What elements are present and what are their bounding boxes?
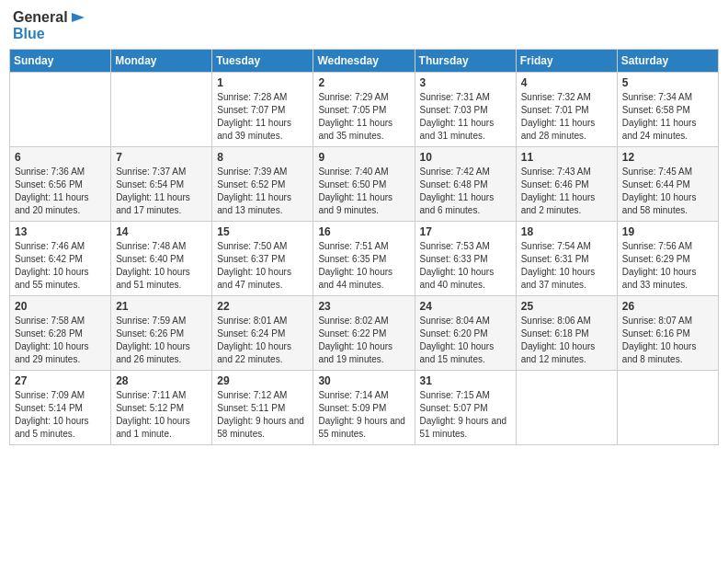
- day-number: 25: [521, 300, 612, 313]
- calendar-cell: 15Sunrise: 7:50 AM Sunset: 6:37 PM Dayli…: [212, 222, 313, 296]
- calendar-cell: 27Sunrise: 7:09 AM Sunset: 5:14 PM Dayli…: [10, 371, 111, 445]
- calendar-cell: 17Sunrise: 7:53 AM Sunset: 6:33 PM Dayli…: [415, 222, 516, 296]
- calendar-cell: 21Sunrise: 7:59 AM Sunset: 6:26 PM Dayli…: [111, 296, 212, 371]
- day-number: 23: [318, 300, 409, 313]
- day-number: 29: [217, 374, 308, 387]
- day-info: Sunrise: 7:42 AM Sunset: 6:48 PM Dayligh…: [420, 166, 511, 217]
- calendar-cell: 24Sunrise: 8:04 AM Sunset: 6:20 PM Dayli…: [415, 296, 516, 371]
- day-number: 24: [420, 300, 511, 313]
- day-info: Sunrise: 8:07 AM Sunset: 6:16 PM Dayligh…: [622, 315, 713, 366]
- day-info: Sunrise: 8:06 AM Sunset: 6:18 PM Dayligh…: [521, 315, 612, 366]
- calendar-week-row: 20Sunrise: 7:58 AM Sunset: 6:28 PM Dayli…: [10, 296, 719, 371]
- day-info: Sunrise: 7:53 AM Sunset: 6:33 PM Dayligh…: [420, 240, 511, 292]
- day-number: 14: [116, 225, 207, 238]
- calendar-cell: 12Sunrise: 7:45 AM Sunset: 6:44 PM Dayli…: [617, 147, 718, 222]
- day-info: Sunrise: 7:29 AM Sunset: 7:05 PM Dayligh…: [318, 91, 409, 143]
- day-number: 3: [420, 76, 511, 89]
- calendar-cell: 11Sunrise: 7:43 AM Sunset: 6:46 PM Dayli…: [516, 147, 617, 222]
- calendar-cell: 7Sunrise: 7:37 AM Sunset: 6:54 PM Daylig…: [111, 147, 212, 222]
- day-number: 21: [116, 300, 207, 313]
- day-info: Sunrise: 7:46 AM Sunset: 6:42 PM Dayligh…: [15, 240, 106, 292]
- day-number: 30: [318, 374, 409, 387]
- day-number: 1: [217, 76, 308, 89]
- calendar: SundayMondayTuesdayWednesdayThursdayFrid…: [9, 49, 719, 445]
- day-number: 10: [420, 151, 511, 164]
- day-number: 7: [116, 151, 207, 164]
- calendar-cell: 2Sunrise: 7:29 AM Sunset: 7:05 PM Daylig…: [313, 73, 415, 147]
- day-number: 15: [217, 225, 308, 238]
- day-info: Sunrise: 7:36 AM Sunset: 6:56 PM Dayligh…: [15, 166, 106, 217]
- day-number: 4: [521, 76, 612, 89]
- day-info: Sunrise: 8:02 AM Sunset: 6:22 PM Dayligh…: [318, 315, 409, 366]
- calendar-cell: 30Sunrise: 7:14 AM Sunset: 5:09 PM Dayli…: [313, 371, 415, 445]
- day-of-week-header: Wednesday: [313, 50, 415, 73]
- day-info: Sunrise: 7:56 AM Sunset: 6:29 PM Dayligh…: [622, 240, 713, 292]
- day-info: Sunrise: 7:12 AM Sunset: 5:11 PM Dayligh…: [217, 389, 308, 441]
- day-number: 9: [318, 151, 409, 164]
- day-info: Sunrise: 8:01 AM Sunset: 6:24 PM Dayligh…: [217, 315, 308, 366]
- day-info: Sunrise: 7:32 AM Sunset: 7:01 PM Dayligh…: [521, 91, 612, 143]
- calendar-cell: [111, 73, 212, 147]
- day-info: Sunrise: 7:37 AM Sunset: 6:54 PM Dayligh…: [116, 166, 207, 217]
- day-number: 5: [622, 76, 713, 89]
- day-info: Sunrise: 7:11 AM Sunset: 5:12 PM Dayligh…: [116, 389, 207, 441]
- day-info: Sunrise: 7:09 AM Sunset: 5:14 PM Dayligh…: [15, 389, 106, 441]
- day-info: Sunrise: 7:14 AM Sunset: 5:09 PM Dayligh…: [318, 389, 409, 441]
- day-number: 20: [15, 300, 106, 313]
- day-info: Sunrise: 7:48 AM Sunset: 6:40 PM Dayligh…: [116, 240, 207, 292]
- calendar-cell: 5Sunrise: 7:34 AM Sunset: 6:58 PM Daylig…: [617, 73, 718, 147]
- svg-marker-0: [72, 13, 85, 22]
- calendar-header-row: SundayMondayTuesdayWednesdayThursdayFrid…: [10, 50, 719, 73]
- logo-arrow-icon: [70, 11, 86, 24]
- day-of-week-header: Saturday: [617, 50, 718, 73]
- day-number: 12: [622, 151, 713, 164]
- day-of-week-header: Tuesday: [212, 50, 313, 73]
- day-info: Sunrise: 7:34 AM Sunset: 6:58 PM Dayligh…: [622, 91, 713, 143]
- calendar-week-row: 27Sunrise: 7:09 AM Sunset: 5:14 PM Dayli…: [10, 371, 719, 445]
- calendar-cell: [617, 371, 718, 445]
- calendar-cell: 9Sunrise: 7:40 AM Sunset: 6:50 PM Daylig…: [313, 147, 415, 222]
- logo-general-text: General: [13, 9, 68, 26]
- day-info: Sunrise: 7:51 AM Sunset: 6:35 PM Dayligh…: [318, 240, 409, 292]
- calendar-cell: 18Sunrise: 7:54 AM Sunset: 6:31 PM Dayli…: [516, 222, 617, 296]
- calendar-cell: 14Sunrise: 7:48 AM Sunset: 6:40 PM Dayli…: [111, 222, 212, 296]
- day-number: 17: [420, 225, 511, 238]
- calendar-cell: 1Sunrise: 7:28 AM Sunset: 7:07 PM Daylig…: [212, 73, 313, 147]
- calendar-cell: 16Sunrise: 7:51 AM Sunset: 6:35 PM Dayli…: [313, 222, 415, 296]
- day-number: 31: [420, 374, 511, 387]
- day-number: 26: [622, 300, 713, 313]
- day-info: Sunrise: 7:40 AM Sunset: 6:50 PM Dayligh…: [318, 166, 409, 217]
- day-number: 19: [622, 225, 713, 238]
- calendar-cell: 25Sunrise: 8:06 AM Sunset: 6:18 PM Dayli…: [516, 296, 617, 371]
- calendar-cell: [516, 371, 617, 445]
- day-number: 13: [15, 225, 106, 238]
- calendar-cell: 26Sunrise: 8:07 AM Sunset: 6:16 PM Dayli…: [617, 296, 718, 371]
- calendar-cell: 10Sunrise: 7:42 AM Sunset: 6:48 PM Dayli…: [415, 147, 516, 222]
- calendar-cell: 29Sunrise: 7:12 AM Sunset: 5:11 PM Dayli…: [212, 371, 313, 445]
- calendar-week-row: 13Sunrise: 7:46 AM Sunset: 6:42 PM Dayli…: [10, 222, 719, 296]
- day-info: Sunrise: 7:45 AM Sunset: 6:44 PM Dayligh…: [622, 166, 713, 217]
- day-info: Sunrise: 7:54 AM Sunset: 6:31 PM Dayligh…: [521, 240, 612, 292]
- calendar-cell: 13Sunrise: 7:46 AM Sunset: 6:42 PM Dayli…: [10, 222, 111, 296]
- calendar-cell: [10, 73, 111, 147]
- day-number: 16: [318, 225, 409, 238]
- logo-block: GeneralBlue: [13, 9, 86, 41]
- day-of-week-header: Friday: [516, 50, 617, 73]
- day-of-week-header: Monday: [111, 50, 212, 73]
- day-info: Sunrise: 7:59 AM Sunset: 6:26 PM Dayligh…: [116, 315, 207, 366]
- calendar-cell: 22Sunrise: 8:01 AM Sunset: 6:24 PM Dayli…: [212, 296, 313, 371]
- day-info: Sunrise: 7:15 AM Sunset: 5:07 PM Dayligh…: [420, 389, 511, 441]
- day-number: 6: [15, 151, 106, 164]
- logo: GeneralBlue: [13, 9, 86, 41]
- calendar-cell: 20Sunrise: 7:58 AM Sunset: 6:28 PM Dayli…: [10, 296, 111, 371]
- day-info: Sunrise: 7:43 AM Sunset: 6:46 PM Dayligh…: [521, 166, 612, 217]
- day-info: Sunrise: 7:31 AM Sunset: 7:03 PM Dayligh…: [420, 91, 511, 143]
- day-of-week-header: Thursday: [415, 50, 516, 73]
- calendar-cell: 31Sunrise: 7:15 AM Sunset: 5:07 PM Dayli…: [415, 371, 516, 445]
- day-of-week-header: Sunday: [10, 50, 111, 73]
- calendar-cell: 19Sunrise: 7:56 AM Sunset: 6:29 PM Dayli…: [617, 222, 718, 296]
- day-number: 28: [116, 374, 207, 387]
- day-number: 18: [521, 225, 612, 238]
- day-info: Sunrise: 7:58 AM Sunset: 6:28 PM Dayligh…: [15, 315, 106, 366]
- day-number: 11: [521, 151, 612, 164]
